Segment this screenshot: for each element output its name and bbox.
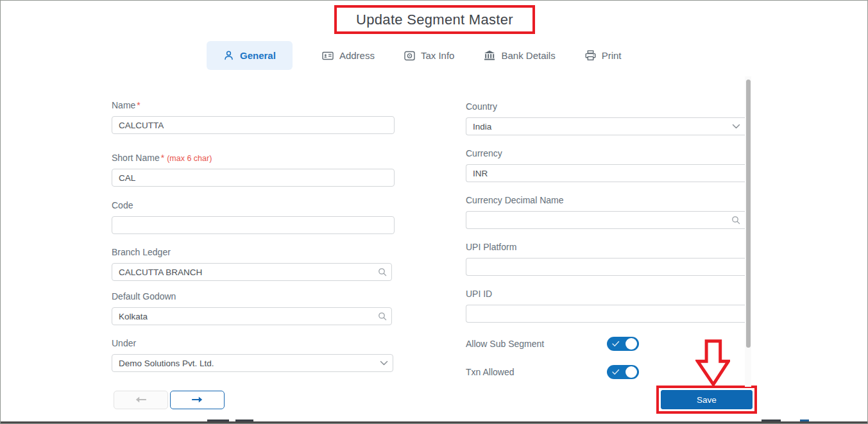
currency-decimal-name-input[interactable] [466,211,745,229]
tab-tax-info[interactable]: Tax Info [404,50,455,61]
search-icon [731,216,740,225]
txn-allowed-row: Txn Allowed [466,367,514,377]
scrollbar-thumb[interactable] [746,80,751,348]
person-icon [223,50,234,61]
toggle-knob [625,338,637,350]
tab-label: Print [602,50,622,61]
field-label: Branch Ledger [112,247,171,257]
required-asterisk: * [137,100,140,110]
tab-address[interactable]: Address [322,50,375,61]
toggle-knob [625,366,637,378]
arrow-down-annotation [695,339,730,390]
field-label: Under [112,338,136,348]
field-short-name: Short Name*(max 6 char) [112,153,395,187]
country-select[interactable] [466,117,745,135]
tab-bank-details[interactable]: Bank Details [484,50,555,61]
search-icon [378,267,387,276]
default-godown-input[interactable] [112,307,392,325]
field-name: Name* [112,100,395,134]
field-label: Txn Allowed [466,367,514,377]
field-code: Code [112,200,395,234]
field-currency-decimal-name: Currency Decimal Name [466,195,745,229]
field-upi-id: UPI ID [466,289,745,323]
previous-tab-button[interactable] [114,391,168,409]
field-upi-platform: UPI Platform [466,242,745,276]
check-icon [612,341,620,347]
upi-id-input[interactable] [466,305,745,323]
under-select[interactable] [112,354,393,372]
txn-allowed-toggle[interactable] [607,365,639,379]
tab-label: Bank Details [501,50,555,61]
arrow-left-icon [135,394,146,406]
chevron-down-icon [380,360,388,366]
field-default-godown: Default Godown [112,291,392,325]
printer-icon [585,50,596,61]
search-icon [378,312,387,321]
allow-sub-segment-toggle[interactable] [607,337,639,351]
code-input[interactable] [112,216,395,234]
next-tab-button[interactable] [170,391,225,409]
required-asterisk: * [161,153,164,163]
field-label: Default Godown [112,291,176,301]
tab-label: General [240,50,276,61]
short-name-input[interactable] [112,169,395,187]
bank-icon [484,50,495,61]
tab-print[interactable]: Print [585,50,622,61]
arrow-right-icon [192,394,203,406]
tab-general[interactable]: General [207,41,293,70]
field-currency: Currency [466,148,745,182]
field-label: Country [466,101,497,112]
field-label: Name [112,100,135,110]
branch-ledger-input[interactable] [112,263,392,281]
field-label: Currency Decimal Name [466,195,563,205]
save-button[interactable]: Save [661,390,753,409]
window-bottom-edge [1,421,868,423]
field-label: Allow Sub Segment [466,339,544,349]
tab-label: Address [339,50,375,61]
id-card-icon [322,51,334,61]
save-annotation-box: Save [656,386,757,414]
field-label: UPI Platform [466,242,516,252]
field-label: UPI ID [466,289,492,299]
name-input[interactable] [112,116,395,134]
field-branch-ledger: Branch Ledger [112,247,392,281]
check-icon [612,369,620,375]
currency-input[interactable] [466,164,745,182]
allow-sub-segment-row: Allow Sub Segment [466,339,544,349]
tab-label: Tax Info [421,50,455,61]
title-annotation-box: Update Segment Master [334,5,535,34]
tab-bar: General Address Tax Info Bank Details Pr… [207,41,622,70]
field-country: Country [466,101,745,135]
tax-coin-icon [404,51,415,61]
field-label: Code [112,200,133,210]
chevron-down-icon [732,124,740,130]
field-under: Under [112,338,393,372]
field-label: Currency [466,148,502,158]
upi-platform-input[interactable] [466,258,745,276]
field-label: Short Name [112,153,160,163]
field-hint: (max 6 char) [167,154,212,163]
page-title: Update Segment Master [356,12,513,28]
